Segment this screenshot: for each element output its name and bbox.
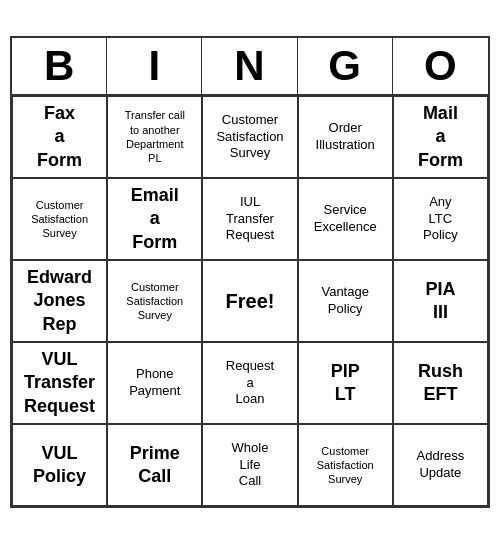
- bingo-letter-b: B: [12, 38, 107, 94]
- bingo-cell-22[interactable]: WholeLifeCall: [202, 424, 297, 506]
- bingo-cell-9[interactable]: AnyLTCPolicy: [393, 178, 488, 260]
- bingo-letter-i: I: [107, 38, 202, 94]
- bingo-cell-11[interactable]: CustomerSatisfactionSurvey: [107, 260, 202, 342]
- bingo-cell-0[interactable]: FaxaForm: [12, 96, 107, 178]
- bingo-cell-16[interactable]: PhonePayment: [107, 342, 202, 424]
- bingo-cell-7[interactable]: IULTransferRequest: [202, 178, 297, 260]
- bingo-cell-3[interactable]: OrderIllustration: [298, 96, 393, 178]
- bingo-letter-n: N: [202, 38, 297, 94]
- bingo-cell-14[interactable]: PIAIII: [393, 260, 488, 342]
- bingo-cell-18[interactable]: PIPLT: [298, 342, 393, 424]
- bingo-cell-13[interactable]: VantagePolicy: [298, 260, 393, 342]
- bingo-card: BINGO FaxaFormTransfer callto anotherDep…: [10, 36, 490, 508]
- bingo-cell-21[interactable]: PrimeCall: [107, 424, 202, 506]
- bingo-cell-2[interactable]: CustomerSatisfactionSurvey: [202, 96, 297, 178]
- bingo-cell-1[interactable]: Transfer callto anotherDepartmentPL: [107, 96, 202, 178]
- bingo-cell-6[interactable]: EmailaForm: [107, 178, 202, 260]
- bingo-grid: FaxaFormTransfer callto anotherDepartmen…: [12, 96, 488, 506]
- bingo-cell-23[interactable]: CustomerSatisfactionSurvey: [298, 424, 393, 506]
- bingo-cell-8[interactable]: ServiceExcellence: [298, 178, 393, 260]
- bingo-cell-20[interactable]: VULPolicy: [12, 424, 107, 506]
- bingo-cell-4[interactable]: MailaForm: [393, 96, 488, 178]
- bingo-cell-24[interactable]: AddressUpdate: [393, 424, 488, 506]
- bingo-header: BINGO: [12, 38, 488, 96]
- bingo-cell-19[interactable]: RushEFT: [393, 342, 488, 424]
- bingo-cell-5[interactable]: CustomerSatisfactionSurvey: [12, 178, 107, 260]
- bingo-cell-17[interactable]: RequestaLoan: [202, 342, 297, 424]
- bingo-letter-g: G: [298, 38, 393, 94]
- bingo-cell-15[interactable]: VULTransferRequest: [12, 342, 107, 424]
- bingo-cell-10[interactable]: EdwardJonesRep: [12, 260, 107, 342]
- bingo-letter-o: O: [393, 38, 488, 94]
- bingo-cell-12[interactable]: Free!: [202, 260, 297, 342]
